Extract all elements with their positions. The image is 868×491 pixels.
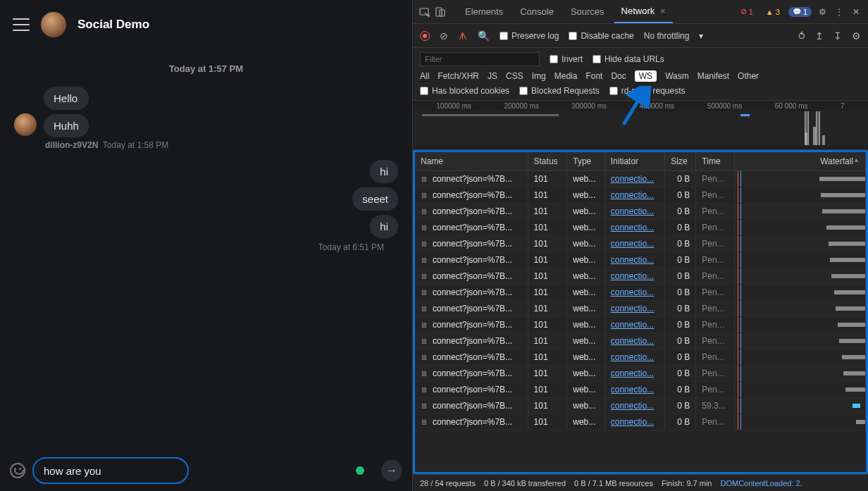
request-row[interactable]: connect?json=%7B... 101 web... connectio… xyxy=(415,382,866,398)
request-row[interactable]: connect?json=%7B... 101 web... connectio… xyxy=(415,366,866,382)
request-row[interactable]: connect?json=%7B... 101 web... connectio… xyxy=(415,220,866,236)
col-type[interactable]: Type xyxy=(567,152,605,171)
request-row[interactable]: connect?json=%7B... 101 web... connectio… xyxy=(415,236,866,252)
blocked-cookies-checkbox[interactable]: Has blocked cookies xyxy=(420,86,509,96)
req-status: 101 xyxy=(528,414,567,430)
search-icon[interactable]: 🔍 xyxy=(478,30,490,42)
req-waterfall xyxy=(735,301,866,317)
preserve-log-checkbox[interactable]: Preserve log xyxy=(500,31,559,41)
type-filter-all[interactable]: All xyxy=(420,71,429,81)
disable-cache-checkbox[interactable]: Disable cache xyxy=(569,31,633,41)
request-row[interactable]: connect?json=%7B... 101 web... connectio… xyxy=(415,414,866,430)
req-name: connect?json=%7B... xyxy=(415,382,528,398)
message-input[interactable] xyxy=(32,457,189,484)
clear-icon[interactable]: ⊘ xyxy=(440,30,448,42)
type-filter-media[interactable]: Media xyxy=(554,71,578,81)
record-button[interactable] xyxy=(420,31,430,41)
req-type: web... xyxy=(567,333,605,349)
req-name: connect?json=%7B... xyxy=(415,349,528,366)
request-row[interactable]: connect?json=%7B... 101 web... connectio… xyxy=(415,187,866,204)
device-icon[interactable] xyxy=(434,6,447,18)
req-initiator: connectio... xyxy=(604,220,665,236)
type-filter-js[interactable]: JS xyxy=(488,71,497,81)
request-row[interactable]: connect?json=%7B... 101 web... connectio… xyxy=(415,171,866,187)
close-icon[interactable]: ✕ xyxy=(850,6,862,18)
request-row[interactable]: connect?json=%7B... 101 web... connectio… xyxy=(415,252,866,268)
third-party-checkbox[interactable]: rd-party requests xyxy=(609,86,686,96)
req-type: web... xyxy=(567,187,605,204)
req-waterfall xyxy=(735,333,866,349)
request-row[interactable]: connect?json=%7B... 101 web... connectio… xyxy=(415,268,866,285)
req-name: connect?json=%7B... xyxy=(415,268,528,285)
req-size: 0 B xyxy=(665,220,696,236)
close-icon[interactable]: × xyxy=(657,6,665,16)
request-row[interactable]: connect?json=%7B... 101 web... connectio… xyxy=(415,349,866,366)
wifi-icon[interactable]: ⥀ xyxy=(798,30,805,42)
filter-icon[interactable]: ⩚ xyxy=(458,30,468,42)
tab-sources[interactable]: Sources xyxy=(564,1,612,23)
request-row[interactable]: connect?json=%7B... 101 web... connectio… xyxy=(415,333,866,349)
type-filter-manifest[interactable]: Manifest xyxy=(698,71,729,81)
filter-input[interactable] xyxy=(420,52,540,66)
blocked-requests-checkbox[interactable]: Blocked Requests xyxy=(519,86,600,96)
col-name[interactable]: Name xyxy=(415,152,528,171)
more-icon[interactable]: ⋮ xyxy=(833,6,845,18)
chat-scroll[interactable]: Today at 1:57 PM Hello Huhh dillion-z9V2… xyxy=(0,49,412,450)
request-row[interactable]: connect?json=%7B... 101 web... connectio… xyxy=(415,398,866,414)
tab-network[interactable]: Network × xyxy=(614,0,673,23)
col-status[interactable]: Status xyxy=(528,152,567,171)
col-time[interactable]: Time xyxy=(696,152,735,171)
request-row[interactable]: connect?json=%7B... 101 web... connectio… xyxy=(415,301,866,317)
req-time: Pen... xyxy=(696,204,735,220)
devtools-tabbar: Elements Console Sources Network × 1 3 1… xyxy=(413,0,868,24)
invert-checkbox[interactable]: Invert xyxy=(550,54,583,64)
network-table[interactable]: NameStatusTypeInitiatorSizeTimeWaterfall… xyxy=(413,150,868,474)
tab-elements[interactable]: Elements xyxy=(458,1,510,23)
throttling-select[interactable]: No throttling ▾ xyxy=(644,31,703,41)
hide-data-urls-checkbox[interactable]: Hide data URLs xyxy=(593,54,664,64)
chat-app-pane: Social Demo Today at 1:57 PM Hello Huhh … xyxy=(0,0,412,491)
tab-console[interactable]: Console xyxy=(513,1,561,23)
gear-icon[interactable]: ⚙ xyxy=(852,30,861,42)
request-row[interactable]: connect?json=%7B... 101 web... connectio… xyxy=(415,285,866,301)
type-filter-font[interactable]: Font xyxy=(585,71,602,81)
type-filter-other[interactable]: Other xyxy=(738,71,759,81)
avatar[interactable] xyxy=(41,12,66,37)
error-badge[interactable]: 1 xyxy=(736,6,757,17)
type-filter-ws[interactable]: WS xyxy=(635,70,657,82)
col-size[interactable]: Size xyxy=(665,152,696,171)
inspect-icon[interactable] xyxy=(418,6,431,18)
upload-icon[interactable]: ↥ xyxy=(815,30,824,42)
type-filter-img[interactable]: Img xyxy=(532,71,546,81)
request-count: 28 / 54 requests xyxy=(420,479,476,487)
send-button[interactable]: → xyxy=(381,460,402,481)
request-row[interactable]: connect?json=%7B... 101 web... connectio… xyxy=(415,317,866,333)
timeline-overview[interactable]: 100000 ms200000 ms300000 ms400000 ms5000… xyxy=(413,101,868,150)
req-type: web... xyxy=(567,414,605,430)
request-row[interactable]: connect?json=%7B... 101 web... connectio… xyxy=(415,204,866,220)
type-filter-css[interactable]: CSS xyxy=(506,71,523,81)
menu-icon[interactable] xyxy=(13,18,30,31)
req-initiator: connectio... xyxy=(604,301,665,317)
req-type: web... xyxy=(567,236,605,252)
emoji-icon[interactable] xyxy=(10,463,25,478)
type-filter-wasm[interactable]: Wasm xyxy=(665,71,689,81)
gear-icon[interactable]: ⚙ xyxy=(816,6,829,18)
req-status: 101 xyxy=(528,236,567,252)
req-initiator: connectio... xyxy=(604,366,665,382)
message-bubble: hi xyxy=(370,215,398,238)
req-initiator: connectio... xyxy=(604,236,665,252)
type-filter-doc[interactable]: Doc xyxy=(611,71,626,81)
devtools-pane: Elements Console Sources Network × 1 3 1… xyxy=(412,0,868,491)
info-badge[interactable]: 1 xyxy=(788,7,812,17)
req-status: 101 xyxy=(528,398,567,414)
col-initiator[interactable]: Initiator xyxy=(604,152,665,171)
incoming-group: Hello Huhh xyxy=(14,87,398,137)
download-icon[interactable]: ↧ xyxy=(833,30,842,42)
dom-loaded: DOMContentLoaded: 2. xyxy=(720,479,802,487)
chevron-down-icon: ▾ xyxy=(699,31,703,41)
type-filter-fetch-xhr[interactable]: Fetch/XHR xyxy=(438,71,479,81)
warning-badge[interactable]: 3 xyxy=(762,7,784,17)
col-waterfall[interactable]: Waterfall▲ xyxy=(735,152,866,171)
avatar[interactable] xyxy=(14,113,37,136)
